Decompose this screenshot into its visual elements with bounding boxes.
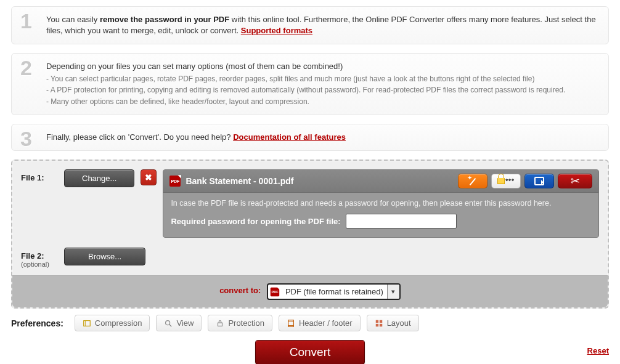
- magnifier-icon: [164, 319, 173, 328]
- step1-text-a: You can easily: [46, 15, 100, 24]
- pref-label: Compression: [95, 318, 142, 328]
- file-1-detail-panel: PDF Bank Statement - 0001.pdf *** ✂ In c…: [163, 169, 599, 238]
- remove-file-button[interactable]: ✖: [141, 169, 157, 185]
- layout-button[interactable]: Layout: [367, 315, 419, 331]
- file-1-header: PDF Bank Statement - 0001.pdf *** ✂: [163, 170, 598, 193]
- svg-rect-6: [375, 320, 378, 322]
- step3-text: Finally, please click on 'Convert'. Do y…: [46, 132, 233, 142]
- compression-button[interactable]: Compression: [75, 315, 150, 331]
- password-hint: In case the PDF file is read-protected a…: [171, 199, 591, 208]
- file-1-label: File 1:: [21, 169, 58, 182]
- pdf-icon: PDF: [268, 285, 282, 299]
- wand-icon: [467, 176, 478, 187]
- step-number: 3: [20, 127, 32, 151]
- pref-label: View: [176, 318, 194, 328]
- header-footer-button[interactable]: Header / footer: [279, 315, 361, 331]
- lock-icon: ***: [497, 178, 515, 185]
- step-number: 1: [20, 9, 32, 33]
- step-1: 1 You can easily remove the password in …: [11, 6, 609, 44]
- pdf-icon: PDF: [169, 176, 181, 187]
- output-format-value: PDF (file format is retained): [282, 285, 387, 299]
- pref-label: Protection: [228, 318, 264, 328]
- svg-rect-9: [380, 324, 382, 326]
- browse-file-button[interactable]: Browse...: [64, 248, 145, 265]
- grid-icon: [375, 319, 383, 328]
- step-3: 3 Finally, please click on 'Convert'. Do…: [11, 124, 609, 151]
- convert-row: Convert Reset: [11, 340, 609, 364]
- rotate-button[interactable]: [524, 174, 554, 188]
- file-2-optional: (optional): [21, 261, 58, 268]
- protection-button[interactable]: Protection: [208, 315, 272, 331]
- pref-label: Layout: [387, 318, 411, 328]
- password-input[interactable]: [346, 214, 457, 229]
- close-icon: ✖: [145, 172, 152, 182]
- svg-rect-2: [218, 323, 222, 326]
- pref-label: Header / footer: [299, 318, 353, 328]
- preferences-label: Preferences:: [11, 318, 63, 328]
- file-2-label-text: File 2:: [21, 251, 44, 261]
- step2-bullet: - You can select particular pages, rotat…: [46, 74, 600, 84]
- step2-bullet: - A PDF protection for printing, copying…: [46, 85, 600, 95]
- file-1-row: File 1: Change... ✖ PDF Bank Statement -…: [21, 169, 599, 238]
- step1-bold: remove the password in your PDF: [100, 15, 229, 24]
- unlock-button[interactable]: ***: [491, 174, 521, 188]
- chevron-down-icon: ▾: [387, 285, 399, 299]
- scissors-icon: ✂: [571, 176, 580, 187]
- documentation-link[interactable]: Documentation of all features: [233, 132, 346, 142]
- svg-rect-0: [84, 320, 91, 326]
- step-2: 2 Depending on your files you can set ma…: [11, 53, 609, 115]
- file-drop-area: File 1: Change... ✖ PDF Bank Statement -…: [11, 160, 609, 309]
- svg-rect-8: [375, 324, 378, 326]
- file-2-label: File 2: (optional): [21, 248, 58, 268]
- svg-point-1: [166, 320, 170, 325]
- supported-formats-link[interactable]: Supported formats: [241, 26, 312, 35]
- convert-button[interactable]: Convert: [255, 340, 365, 364]
- magic-wand-button[interactable]: [458, 174, 487, 188]
- change-file-button[interactable]: Change...: [64, 169, 134, 187]
- convert-to-label: convert to:: [219, 286, 261, 295]
- compression-icon: [83, 319, 91, 328]
- file-tools: *** ✂: [458, 174, 592, 188]
- password-label: Required password for opening the PDF fi…: [171, 217, 340, 226]
- file-2-row: File 2: (optional) Browse...: [21, 248, 599, 268]
- file-1-name: Bank Statement - 0001.pdf: [186, 176, 453, 186]
- view-button[interactable]: View: [156, 315, 202, 331]
- step2-bullet: - Many other options can be defined, lik…: [46, 97, 600, 107]
- lock-icon: [216, 319, 224, 328]
- rotate-icon: [534, 177, 544, 185]
- preferences-row: Preferences: Compression View Protection…: [11, 315, 609, 331]
- convert-to-bar: convert to: PDF PDF (file format is reta…: [12, 275, 608, 307]
- step2-head: Depending on your files you can set many…: [46, 61, 600, 72]
- step-number: 2: [20, 56, 32, 80]
- file-1-body: In case the PDF file is read-protected a…: [163, 193, 598, 237]
- page-icon: [287, 319, 295, 328]
- output-format-select[interactable]: PDF PDF (file format is retained) ▾: [267, 283, 401, 300]
- svg-rect-7: [380, 320, 382, 322]
- cut-button[interactable]: ✂: [558, 174, 592, 188]
- reset-link[interactable]: Reset: [587, 346, 609, 355]
